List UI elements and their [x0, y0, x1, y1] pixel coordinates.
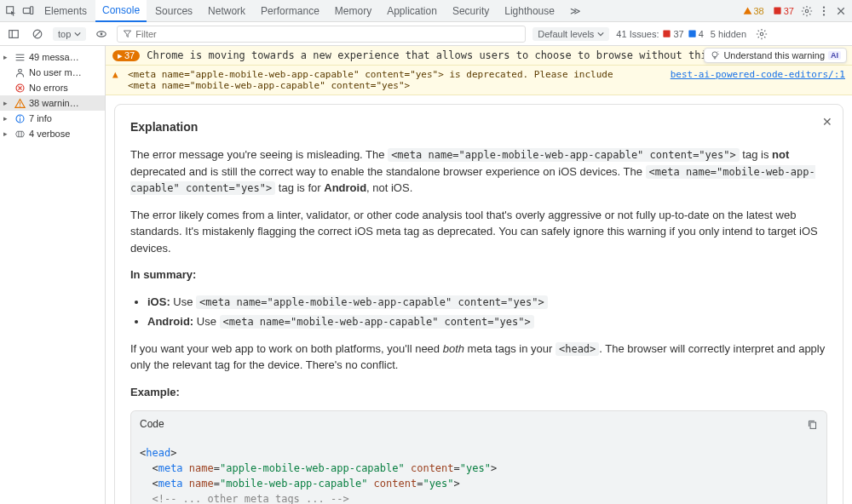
- banner-message: Chrome is moving towards a new experienc…: [147, 49, 706, 61]
- error-icon: [14, 82, 26, 94]
- console-settings-icon[interactable]: [753, 26, 770, 43]
- svg-point-26: [19, 115, 20, 116]
- code-header: Code: [130, 410, 827, 437]
- svg-point-23: [19, 106, 20, 106]
- kebab-menu-icon[interactable]: [816, 3, 832, 19]
- devtools-tabbar: Elements Console Sources Network Perform…: [0, 0, 852, 22]
- ai-badge: AI: [828, 51, 841, 60]
- code-apple-meta: <meta name="apple-mobile-web-app-capable…: [388, 148, 740, 162]
- sidebar-warnings-label: 38 warnin…: [29, 98, 79, 108]
- live-expression-icon[interactable]: [93, 26, 110, 43]
- filter-input[interactable]: [135, 29, 520, 39]
- summary-list: iOS: Use <meta name="apple-mobile-web-ap…: [130, 294, 827, 330]
- svg-rect-15: [688, 30, 695, 37]
- svg-rect-1: [23, 8, 30, 13]
- example-heading: Example:: [130, 384, 827, 401]
- card-paragraph-1: The error message you're seeing is misle…: [130, 146, 827, 197]
- understand-warning-button[interactable]: Understand this warning AI: [704, 48, 847, 63]
- clear-console-icon[interactable]: [29, 26, 46, 43]
- sidebar-user[interactable]: No user m…: [0, 65, 105, 80]
- code-label: Code: [140, 416, 164, 432]
- hidden-count[interactable]: 5 hidden: [711, 29, 746, 39]
- svg-point-16: [760, 32, 763, 36]
- tab-security[interactable]: Security: [446, 0, 496, 22]
- console-warning-row[interactable]: ▲ <meta name="apple-mobile-web-app-capab…: [106, 66, 852, 95]
- svg-rect-14: [664, 30, 671, 37]
- levels-label: Default levels: [538, 29, 594, 39]
- understand-label: Understand this warning: [723, 50, 825, 60]
- list-item: Android: Use <meta name="mobile-web-app-…: [147, 313, 827, 330]
- info-icon: [14, 112, 26, 124]
- settings-icon[interactable]: [799, 3, 815, 19]
- verbose-icon: [14, 128, 26, 140]
- copy-icon[interactable]: [807, 419, 818, 430]
- sidebar-verbose-label: 4 verbose: [29, 129, 70, 139]
- svg-point-13: [101, 32, 103, 35]
- svg-line-11: [35, 31, 40, 36]
- error-count-value: 37: [784, 6, 794, 16]
- warning-icon: [14, 97, 26, 109]
- svg-rect-3: [774, 7, 780, 14]
- card-title: Explanation: [130, 118, 827, 136]
- context-label: top: [58, 29, 71, 39]
- toggle-sidebar-icon[interactable]: [5, 26, 22, 43]
- tab-elements[interactable]: Elements: [37, 0, 94, 22]
- issues-label: 41 Issues:: [616, 29, 659, 39]
- issues-info-count: 4: [699, 29, 704, 39]
- sidebar-errors[interactable]: No errors: [0, 80, 105, 95]
- console-content: ▸ 37 Chrome is moving towards a new expe…: [106, 46, 852, 504]
- console-toolbar: top Default levels 41 Issues: 37 4 5 hid…: [0, 22, 852, 46]
- filter-box[interactable]: [117, 26, 526, 43]
- sidebar-messages-label: 49 messa…: [29, 52, 79, 62]
- svg-point-27: [712, 52, 717, 57]
- warning-source-link[interactable]: best-ai-powered-code-editors/:1: [671, 69, 845, 80]
- context-selector[interactable]: top: [53, 27, 86, 41]
- sidebar-messages[interactable]: ▸49 messa…: [0, 49, 105, 65]
- warning-count[interactable]: 38: [740, 6, 768, 16]
- sidebar-verbose[interactable]: ▸4 verbose: [0, 126, 105, 141]
- tab-lighthouse[interactable]: Lighthouse: [498, 0, 561, 22]
- device-toggle-icon[interactable]: [20, 3, 36, 19]
- tab-memory[interactable]: Memory: [328, 0, 378, 22]
- svg-point-4: [805, 9, 809, 13]
- card-paragraph-2: The error likely comes from a linter, va…: [130, 207, 827, 257]
- issues-err-count: 37: [673, 29, 683, 39]
- sidebar-info[interactable]: ▸7 info: [0, 111, 105, 126]
- banner-count-pill[interactable]: ▸ 37: [112, 50, 140, 61]
- warning-text: <meta name="apple-mobile-web-app-capable…: [128, 69, 665, 91]
- error-count[interactable]: 37: [769, 6, 797, 16]
- tab-application[interactable]: Application: [380, 0, 444, 22]
- svg-point-5: [823, 6, 825, 8]
- inspect-icon[interactable]: [3, 3, 19, 19]
- tab-sources[interactable]: Sources: [148, 0, 199, 22]
- svg-rect-2: [31, 6, 33, 14]
- code-example: <head> <meta name="apple-mobile-web-app-…: [130, 437, 827, 504]
- tabs-overflow[interactable]: ≫: [563, 0, 588, 22]
- tab-console[interactable]: Console: [95, 0, 147, 22]
- lightbulb-icon: [710, 50, 720, 60]
- sidebar-info-label: 7 info: [29, 113, 52, 123]
- close-icon[interactable]: ✕: [822, 113, 832, 131]
- summary-heading: In summary:: [130, 266, 827, 284]
- sidebar-errors-label: No errors: [29, 83, 68, 93]
- svg-rect-28: [810, 422, 816, 428]
- sidebar-user-label: No user m…: [29, 67, 82, 77]
- close-devtools-icon[interactable]: [833, 3, 849, 19]
- tab-network[interactable]: Network: [201, 0, 252, 22]
- explanation-card: ✕ Explanation The error message you're s…: [114, 104, 843, 504]
- row-warning-icon: ▲: [112, 69, 123, 80]
- console-sidebar: ▸49 messa… No user m… No errors ▸38 warn…: [0, 46, 106, 504]
- filter-icon: [123, 29, 132, 38]
- tab-performance[interactable]: Performance: [254, 0, 326, 22]
- log-levels-selector[interactable]: Default levels: [532, 27, 609, 41]
- svg-point-7: [823, 14, 825, 15]
- svg-point-6: [823, 9, 825, 11]
- list-item: iOS: Use <meta name="apple-mobile-web-ap…: [147, 294, 827, 311]
- messages-icon: [14, 51, 26, 63]
- user-icon: [14, 66, 26, 78]
- card-paragraph-3: If you want your web app to work on both…: [130, 341, 827, 374]
- banner-count: 37: [124, 50, 135, 60]
- issues-summary[interactable]: 41 Issues: 37 4: [616, 29, 704, 39]
- sidebar-warnings[interactable]: ▸38 warnin…: [0, 95, 105, 111]
- warning-count-value: 38: [754, 6, 764, 16]
